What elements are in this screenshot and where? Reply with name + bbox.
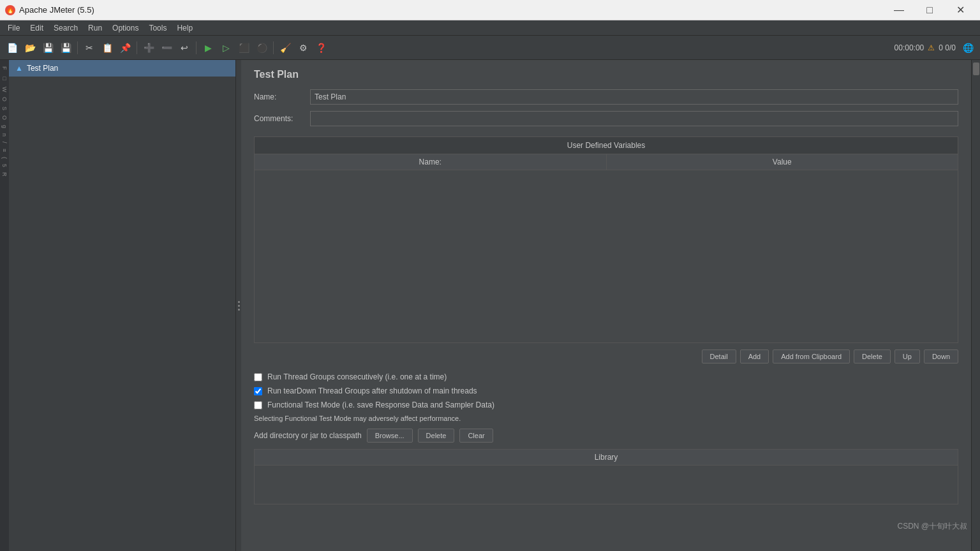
- edge-marker-6: O: [1, 115, 8, 120]
- title-bar: 🔥 Apache JMeter (5.5) — □ ✕: [0, 0, 980, 20]
- app-title: Apache JMeter (5.5): [19, 5, 94, 15]
- checkbox-row-2: Run tearDown Thread Groups after shutdow…: [254, 386, 958, 395]
- comments-row: Comments:: [254, 111, 958, 126]
- sidebar-item-testplan[interactable]: ▲ Test Plan: [9, 60, 235, 77]
- add-element-button[interactable]: ➕: [140, 40, 157, 56]
- title-bar-left: 🔥 Apache JMeter (5.5): [5, 5, 94, 15]
- copy-button[interactable]: 📋: [99, 40, 115, 56]
- toolbar: 📄 📂 💾 💾 ✂ 📋 📌 ➕ ➖ ↩ ▶ ▷ ⬛ ⚫ 🧹 ⚙ ❓ 00:00:…: [0, 36, 980, 60]
- menu-tools[interactable]: Tools: [144, 22, 172, 34]
- menu-bar: File Edit Search Run Options Tools Help: [0, 20, 980, 36]
- divider-handle[interactable]: [236, 60, 241, 551]
- remove-element-button[interactable]: ➖: [158, 40, 175, 56]
- name-row: Name:: [254, 89, 958, 105]
- classpath-label: Add directory or jar to classpath: [254, 431, 362, 440]
- name-input[interactable]: [310, 89, 958, 105]
- run-teardown-checkbox[interactable]: [254, 387, 262, 395]
- classpath-delete-button[interactable]: Delete: [418, 429, 455, 443]
- function-helper-button[interactable]: ⚙: [295, 40, 311, 56]
- window-controls: — □ ✕: [884, 1, 975, 20]
- comments-label: Comments:: [254, 114, 305, 123]
- maximize-button[interactable]: □: [915, 1, 944, 20]
- run-consecutively-checkbox[interactable]: [254, 373, 262, 381]
- stop-button[interactable]: ⬛: [235, 40, 252, 56]
- watermark: CSDN @十旬叶大叔: [897, 521, 967, 532]
- menu-edit[interactable]: Edit: [25, 22, 48, 34]
- functional-test-mode-label: Functional Test Mode (i.e. save Response…: [267, 400, 494, 409]
- undo-button[interactable]: ↩: [176, 40, 193, 56]
- checkboxes-section: Run Thread Groups consecutively (i.e. on…: [254, 372, 958, 422]
- remote-button[interactable]: 🌐: [960, 40, 976, 56]
- library-body: [255, 466, 958, 504]
- down-button[interactable]: Down: [924, 349, 958, 364]
- delete-button[interactable]: Delete: [854, 349, 891, 364]
- edge-marker-8: n: [1, 133, 8, 136]
- checkbox-row-3: Functional Test Mode (i.e. save Response…: [254, 400, 958, 409]
- testplan-icon: ▲: [15, 64, 23, 73]
- clear-button[interactable]: Clear: [459, 429, 493, 443]
- menu-options[interactable]: Options: [107, 22, 144, 34]
- udv-col-value-header: Value: [607, 154, 958, 170]
- help-toolbar-button[interactable]: ❓: [313, 40, 329, 56]
- section-title: Test Plan: [254, 69, 958, 80]
- library-table-container: Library: [254, 449, 958, 504]
- user-defined-variables-section: User Defined Variables Name: Value: [254, 136, 958, 343]
- edge-marker-4: O: [1, 97, 8, 101]
- start-button[interactable]: ▶: [200, 40, 216, 56]
- save-as-button[interactable]: 💾: [57, 40, 74, 56]
- comments-input[interactable]: [310, 111, 958, 126]
- start-no-pause-button[interactable]: ▷: [218, 40, 234, 56]
- edge-marker-7: g: [1, 125, 8, 128]
- menu-file[interactable]: File: [3, 22, 25, 34]
- main-layout: F □ W O S O g n / ≡ ( 5 R ▲ Test Plan: [0, 60, 980, 551]
- add-button[interactable]: Add: [740, 349, 769, 364]
- edge-marker-9: /: [1, 142, 8, 143]
- browse-button[interactable]: Browse...: [367, 429, 413, 443]
- menu-search[interactable]: Search: [48, 22, 83, 34]
- functional-test-mode-checkbox[interactable]: [254, 401, 262, 409]
- toolbar-sep-3: [196, 41, 197, 54]
- detail-button[interactable]: Detail: [702, 349, 736, 364]
- content-area: Test Plan Name: Comments: User Defined V…: [241, 60, 971, 551]
- right-scrollbar[interactable]: [971, 60, 980, 551]
- scrollbar-thumb[interactable]: [973, 62, 979, 75]
- toolbar-sep-2: [137, 41, 137, 54]
- run-teardown-label: Run tearDown Thread Groups after shutdow…: [267, 386, 477, 395]
- up-button[interactable]: Up: [895, 349, 920, 364]
- toolbar-right: 00:00:00 ⚠ 0 0/0 🌐: [895, 40, 976, 56]
- cut-button[interactable]: ✂: [81, 40, 98, 56]
- app-icon: 🔥: [5, 5, 15, 15]
- menu-help[interactable]: Help: [172, 22, 198, 34]
- open-button[interactable]: 📂: [22, 40, 38, 56]
- save-button[interactable]: 💾: [40, 40, 56, 56]
- left-edge-panel: F □ W O S O g n / ≡ ( 5 R: [0, 60, 9, 551]
- add-from-clipboard-button[interactable]: Add from Clipboard: [773, 349, 850, 364]
- timer-display: 00:00:00: [895, 43, 924, 52]
- edge-marker-1: F: [1, 66, 8, 70]
- divider-dots: [238, 301, 240, 311]
- shutdown-button[interactable]: ⚫: [253, 40, 270, 56]
- udv-table-wrapper: Name: Value: [254, 154, 958, 343]
- udv-col-name-header: Name:: [255, 154, 607, 170]
- checkbox-row-1: Run Thread Groups consecutively (i.e. on…: [254, 372, 958, 381]
- close-button[interactable]: ✕: [946, 1, 975, 20]
- udv-title: User Defined Variables: [254, 136, 958, 154]
- sidebar-item-label: Test Plan: [27, 64, 58, 73]
- clear-all-button[interactable]: 🧹: [277, 40, 293, 56]
- run-counts: 0 0/0: [939, 43, 956, 52]
- new-button[interactable]: 📄: [4, 40, 20, 56]
- divider-dot-1: [238, 301, 240, 303]
- edge-marker-2: □: [1, 75, 8, 82]
- functional-mode-warning: Selecting Functional Test Mode may adver…: [254, 415, 958, 422]
- udv-header-row: Name: Value: [255, 154, 958, 170]
- paste-button[interactable]: 📌: [117, 40, 133, 56]
- name-label: Name:: [254, 92, 305, 101]
- content-inner: Test Plan Name: Comments: User Defined V…: [241, 60, 971, 513]
- edge-marker-12: 5: [1, 164, 8, 167]
- library-title: Library: [255, 450, 958, 466]
- divider-dot-2: [238, 305, 240, 307]
- minimize-button[interactable]: —: [884, 1, 914, 20]
- edge-marker-5: S: [1, 107, 8, 110]
- menu-run[interactable]: Run: [83, 22, 107, 34]
- toolbar-sep-1: [77, 41, 78, 54]
